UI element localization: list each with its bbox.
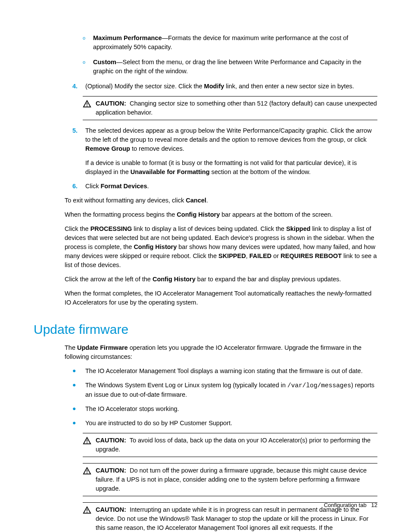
para-fw-intro: The Update Firmware operation lets you u… xyxy=(65,343,377,361)
sub-bullet-custom: o Custom—Select from the menu, or drag t… xyxy=(83,58,377,76)
bullet-text: You are instructed to do so by HP Custom… xyxy=(85,419,377,428)
caution-icon xyxy=(83,466,96,493)
step-5-para-1: The selected devices appear as a group b… xyxy=(85,126,377,153)
bullet-text: The Windows System Event Log or Linux sy… xyxy=(85,381,377,399)
bold-unavailable: Unavailable for Formatting xyxy=(131,168,210,175)
bold-modify: Modify xyxy=(204,83,224,90)
bullet-marker: o xyxy=(83,58,93,76)
caution-body: Interrupting an update while it is in pr… xyxy=(96,506,368,531)
page-content: o Maximum Performance—Formats the device… xyxy=(65,34,377,532)
step-5: 5. The selected devices appear as a grou… xyxy=(72,126,377,177)
caution-icon xyxy=(83,99,96,117)
caution-backup: CAUTION: To avoid loss of data, back up … xyxy=(83,433,377,457)
caution-sector-size: CAUTION: Changing sector size to somethi… xyxy=(83,96,377,120)
bold-config-history: Config History xyxy=(177,211,220,218)
text: link, and then enter a new sector size i… xyxy=(224,83,354,90)
bullet-dot: ● xyxy=(72,404,85,414)
text: bar to expand the bar and display previo… xyxy=(196,276,341,283)
bullet-text: The IO Accelerator stops working. xyxy=(85,404,377,414)
text: . xyxy=(206,197,208,204)
bullet-text: The IO Accelerator Management Tool displ… xyxy=(85,367,377,376)
caution-power: CAUTION: Do not turn off the power durin… xyxy=(83,463,377,496)
step-5-para-2: If a device is unable to format (it is b… xyxy=(85,159,377,177)
text: bar appears at the bottom of the screen. xyxy=(220,211,333,218)
bullet-dot: ● xyxy=(72,367,85,376)
bullet-desc: —Select from the menu, or drag the line … xyxy=(93,59,361,75)
step-6: 6. Click Format Devices. xyxy=(72,182,377,191)
caution-body: Changing sector size to something other … xyxy=(96,100,377,116)
text: The xyxy=(65,344,77,351)
caution-label: CAUTION: xyxy=(96,506,126,513)
bullet-text: Maximum Performance—Formats the device f… xyxy=(93,34,377,52)
step-text: Click Format Devices. xyxy=(85,182,377,191)
bold-format-devices: Format Devices xyxy=(100,183,147,190)
para-exit: To exit without formatting any devices, … xyxy=(65,196,377,205)
bold-skipped: Skipped xyxy=(286,225,310,232)
step-body: The selected devices appear as a group b… xyxy=(85,126,377,177)
bold-failed: FAILED xyxy=(249,252,272,259)
text: link to display a list of devices being … xyxy=(132,225,286,232)
text: Click the xyxy=(65,225,90,232)
footer-page: 12 xyxy=(371,502,377,508)
step-text: (Optional) Modify the sector size. Click… xyxy=(85,82,377,91)
svg-point-3 xyxy=(87,442,87,443)
text: Click xyxy=(85,183,100,190)
bullet-label: Maximum Performance xyxy=(93,34,162,41)
caution-label: CAUTION: xyxy=(96,467,126,474)
caution-text: CAUTION: To avoid loss of data, back up … xyxy=(96,436,377,454)
code-path: /var/log/messages xyxy=(287,382,351,389)
text: . xyxy=(147,183,149,190)
text: The Windows System Event Log or Linux sy… xyxy=(85,382,287,389)
bullet-label: Custom xyxy=(93,59,116,65)
para-processing: Click the PROCESSING link to display a l… xyxy=(65,224,377,270)
page-footer: Configuration tab 12 xyxy=(324,501,377,510)
text: When the formatting process begins the xyxy=(65,211,177,218)
fw-bullet-4: ● You are instructed to do so by HP Cust… xyxy=(72,419,377,428)
caution-body: To avoid loss of data, back up the data … xyxy=(96,437,371,453)
fw-bullet-3: ● The IO Accelerator stops working. xyxy=(72,404,377,414)
caution-icon xyxy=(83,436,96,454)
text: The selected devices appear as a group b… xyxy=(85,127,372,143)
step-4: 4. (Optional) Modify the sector size. Cl… xyxy=(72,82,377,91)
svg-point-7 xyxy=(87,512,87,513)
caution-label: CAUTION: xyxy=(96,437,126,444)
bullet-marker: o xyxy=(83,34,93,52)
fw-bullet-2: ● The Windows System Event Log or Linux … xyxy=(72,381,377,399)
heading-update-firmware: Update firmware xyxy=(34,320,377,339)
caution-text: CAUTION: Do not turn off the power durin… xyxy=(96,466,377,493)
document-page: o Maximum Performance—Formats the device… xyxy=(0,0,411,532)
text: to remove devices. xyxy=(130,145,184,152)
text: , xyxy=(246,252,249,259)
para-complete: When the format completes, the IO Accele… xyxy=(65,289,377,307)
bold-skipped-caps: SKIPPED xyxy=(218,252,246,259)
bold-processing: PROCESSING xyxy=(90,225,132,232)
text: To exit without formatting any devices, … xyxy=(65,197,186,204)
footer-label: Configuration tab xyxy=(324,502,367,508)
fw-bullet-1: ● The IO Accelerator Management Tool dis… xyxy=(72,367,377,376)
para-arrow: Click the arrow at the left of the Confi… xyxy=(65,275,377,284)
caution-text: CAUTION: Changing sector size to somethi… xyxy=(96,99,377,117)
bold-requires-reboot: REQUIRES REBOOT xyxy=(280,252,342,259)
bold-config-history: Config History xyxy=(134,243,177,250)
sub-bullet-max-performance: o Maximum Performance—Formats the device… xyxy=(83,34,377,52)
svg-point-1 xyxy=(87,106,87,106)
caution-label: CAUTION: xyxy=(96,100,126,107)
bullet-dot: ● xyxy=(72,419,85,428)
caution-body: Do not turn off the power during a firmw… xyxy=(96,467,367,492)
bullet-text: Custom—Select from the menu, or drag the… xyxy=(93,58,377,76)
text: or xyxy=(271,252,280,259)
step-number: 6. xyxy=(72,182,85,191)
bold-update-firmware: Update Firmware xyxy=(77,344,128,351)
caution-icon xyxy=(83,505,96,532)
step-number: 5. xyxy=(72,126,85,177)
text: section at the bottom of the window. xyxy=(210,168,311,175)
text: Click the arrow at the left of the xyxy=(65,276,153,283)
bold-config-history: Config History xyxy=(153,276,196,283)
svg-point-5 xyxy=(87,473,87,473)
bold-cancel: Cancel xyxy=(186,197,206,204)
bullet-dot: ● xyxy=(72,381,85,399)
bold-remove-group: Remove Group xyxy=(85,145,130,152)
text: (Optional) Modify the sector size. Click… xyxy=(85,83,204,90)
step-number: 4. xyxy=(72,82,85,91)
para-begin: When the formatting process begins the C… xyxy=(65,210,377,219)
